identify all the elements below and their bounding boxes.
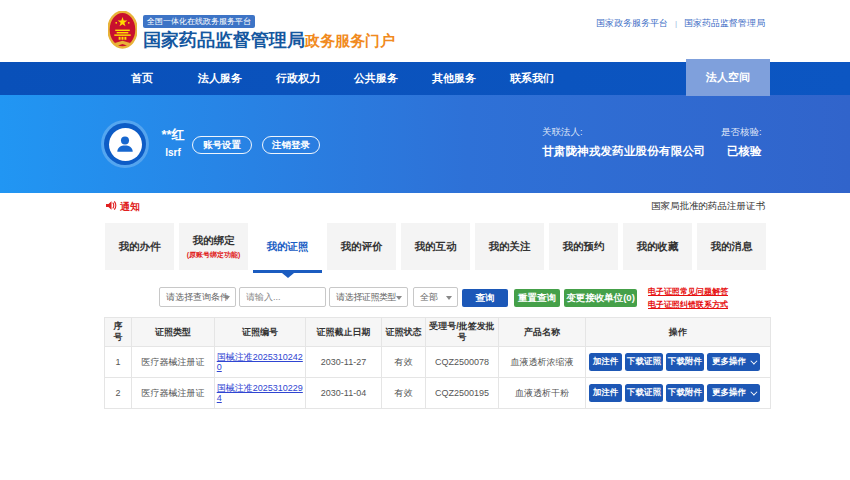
link-nmpa[interactable]: 国家药品监督管理局 (684, 17, 765, 30)
tab-my-applications[interactable]: 我的办件 (105, 223, 174, 270)
tab-my-interactions[interactable]: 我的互动 (401, 223, 470, 270)
more-actions-button[interactable]: 更多操作 (707, 384, 760, 402)
row-actions: 加注件 下载证照 下载附件 更多操作 (587, 384, 769, 402)
tab-my-follows[interactable]: 我的关注 (475, 223, 544, 270)
nav-item-home[interactable]: 首页 (103, 62, 181, 95)
tab-my-reviews[interactable]: 我的评价 (327, 223, 396, 270)
active-tab-caret (282, 273, 294, 278)
notice-bar: 通知 国家局批准的药品注册证书 (105, 199, 765, 213)
download-attachment-button[interactable]: 下载附件 (666, 384, 704, 402)
avatar-circle (109, 128, 142, 161)
top-header: 全国一体化在线政务服务平台 国家药品监督管理局政务服务门户 国家政务服务平台 |… (0, 0, 850, 62)
user-account: lsrf (156, 147, 190, 158)
cell-expire-date: 2030-11-27 (306, 347, 382, 378)
cell-status: 有效 (382, 378, 426, 409)
notice-label: 通知 (120, 200, 140, 214)
top-links: 国家政务服务平台 | 国家药品监督管理局 (596, 17, 765, 30)
more-actions-button[interactable]: 更多操作 (707, 353, 760, 371)
site-title: 国家药品监督管理局政务服务门户 (143, 28, 395, 52)
legal-person-label: 关联法人: (542, 126, 706, 139)
nav-item-legal-services[interactable]: 法人服务 (181, 62, 259, 95)
cert-number-link[interactable]: 国械注准20253102420 (217, 352, 304, 372)
chevron-down-icon (750, 388, 757, 395)
cell-expire-date: 2030-11-04 (306, 378, 382, 409)
certificates-table: 序号 证照类型 证照编号 证照截止日期 证照状态 受理号/批签发批号 产品名称 … (104, 317, 771, 409)
chevron-down-icon (396, 296, 402, 300)
row-actions: 加注件 下载证照 下载附件 更多操作 (587, 353, 769, 371)
certificate-type-select[interactable]: 请选择证照类型 (329, 287, 408, 307)
tab-bar: 我的办件 我的绑定 (原账号绑定功能) 我的证照 我的评价 我的互动 我的关注 … (105, 223, 766, 270)
status-select[interactable]: 全部 (413, 287, 458, 307)
col-cert-no: 证照编号 (215, 318, 306, 347)
tab-my-appointments[interactable]: 我的预约 (549, 223, 618, 270)
download-cert-button[interactable]: 下载证照 (625, 353, 663, 371)
add-note-button[interactable]: 加注件 (589, 353, 622, 371)
col-status: 证照状态 (382, 318, 426, 347)
query-button[interactable]: 查询 (462, 289, 508, 307)
query-condition-select[interactable]: 请选择查询条件 (159, 287, 236, 307)
national-emblem-icon (108, 11, 137, 53)
tab-my-favorites[interactable]: 我的收藏 (623, 223, 692, 270)
chevron-down-icon (750, 357, 757, 364)
nav-items: 首页 法人服务 行政权力 公共服务 其他服务 联系我们 (103, 62, 571, 95)
link-separator: | (675, 19, 677, 28)
user-name: **红 (156, 126, 190, 144)
cell-cert-type: 医疗器械注册证 (132, 378, 215, 409)
nav-item-admin-power[interactable]: 行政权力 (259, 62, 337, 95)
nav-item-public-services[interactable]: 公共服务 (337, 62, 415, 95)
cell-index: 1 (105, 347, 132, 378)
tab-my-messages[interactable]: 我的消息 (697, 223, 766, 270)
download-attachment-button[interactable]: 下载附件 (666, 353, 704, 371)
chevron-down-icon (446, 296, 452, 300)
verify-value: 已核验 (727, 144, 762, 159)
table-header-row: 序号 证照类型 证照编号 证照截止日期 证照状态 受理号/批签发批号 产品名称 … (105, 318, 771, 347)
person-icon (114, 133, 136, 155)
tab-my-binding-note: (原账号绑定功能) (187, 250, 241, 260)
site-title-accent: 政务服务门户 (305, 32, 395, 49)
link-national-gov-platform[interactable]: 国家政务服务平台 (596, 17, 668, 30)
table-row: 2 医疗器械注册证 国械注准20253102294 2030-11-04 有效 … (105, 378, 771, 409)
avatar[interactable] (104, 123, 146, 165)
chevron-down-icon (224, 296, 230, 300)
col-index: 序号 (105, 318, 132, 347)
download-cert-button[interactable]: 下载证照 (625, 384, 663, 402)
col-expire-date: 证照截止日期 (306, 318, 382, 347)
col-operations: 操作 (586, 318, 771, 347)
contact-link[interactable]: 电子证照纠错联系方式 (648, 300, 728, 310)
legal-person-name: 甘肃陇神戎发药业股份有限公司 (542, 144, 706, 159)
table-row: 1 医疗器械注册证 国械注准20253102420 2030-11-27 有效 … (105, 347, 771, 378)
notice-message[interactable]: 国家局批准的药品注册证书 (651, 200, 765, 213)
keyword-input[interactable] (239, 287, 326, 307)
reset-button[interactable]: 重置查询 (514, 289, 560, 307)
logout-button[interactable]: 注销登录 (262, 136, 320, 154)
verify-block: 是否核验: 已核验 (721, 126, 762, 159)
page: 全国一体化在线政务服务平台 国家药品监督管理局政务服务门户 国家政务服务平台 |… (0, 0, 850, 480)
speaker-icon (105, 200, 117, 211)
nav-item-contact[interactable]: 联系我们 (493, 62, 571, 95)
add-note-button[interactable]: 加注件 (589, 384, 622, 402)
user-identity: **红 lsrf (156, 126, 190, 158)
legal-person-block: 关联法人: 甘肃陇神戎发药业股份有限公司 (542, 126, 706, 159)
col-cert-type: 证照类型 (132, 318, 215, 347)
cert-number-link[interactable]: 国械注准20253102294 (217, 383, 304, 403)
cell-accept-no: CQZ2500078 (426, 347, 499, 378)
col-product: 产品名称 (499, 318, 586, 347)
platform-badge: 全国一体化在线政务服务平台 (143, 15, 255, 28)
help-links: 电子证照常见问题解答 电子证照纠错联系方式 (648, 287, 728, 313)
cell-index: 2 (105, 378, 132, 409)
cell-status: 有效 (382, 347, 426, 378)
cell-product: 血液透析干粉 (499, 378, 586, 409)
faq-link[interactable]: 电子证照常见问题解答 (648, 287, 728, 297)
cell-accept-no: CQZ2500195 (426, 378, 499, 409)
account-settings-button[interactable]: 账号设置 (192, 136, 252, 154)
nav-item-other-services[interactable]: 其他服务 (415, 62, 493, 95)
cell-product: 血液透析浓缩液 (499, 347, 586, 378)
col-accept-no: 受理号/批签发批号 (426, 318, 499, 347)
legal-person-space-button[interactable]: 法人空间 (686, 59, 770, 96)
filter-row: 请选择查询条件 请选择证照类型 全部 查询 重置查询 变更接收单位(0) 电子证… (0, 287, 850, 309)
tab-my-binding[interactable]: 我的绑定 (原账号绑定功能) (179, 223, 248, 270)
site-title-main: 国家药品监督管理局 (143, 30, 305, 50)
change-receiver-button[interactable]: 变更接收单位(0) (564, 289, 637, 307)
verify-label: 是否核验: (721, 126, 762, 139)
tab-my-certificates[interactable]: 我的证照 (253, 223, 322, 270)
